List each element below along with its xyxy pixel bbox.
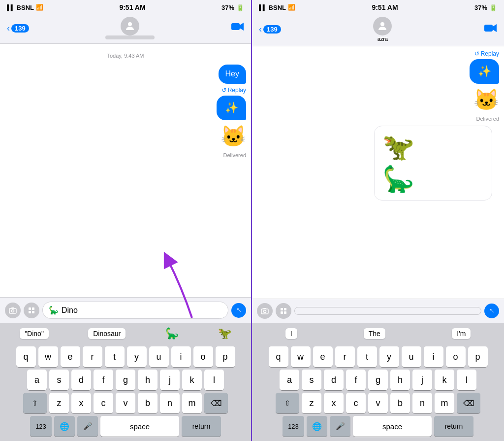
left-send-button[interactable]: ↑ [231, 303, 246, 318]
right-key-w[interactable]: w [291, 346, 311, 367]
left-key-o[interactable]: o [193, 346, 213, 367]
left-key-n[interactable]: n [160, 393, 180, 413]
left-input-text[interactable]: Dino [62, 306, 222, 315]
left-key-a[interactable]: a [27, 370, 47, 390]
right-autocomplete-im[interactable]: I'm [452, 328, 471, 339]
left-avatar[interactable] [121, 17, 139, 35]
right-key-backspace[interactable]: ⌫ [457, 393, 480, 413]
right-camera-button[interactable] [257, 303, 273, 319]
right-input-field[interactable] [294, 307, 481, 315]
right-replay-btn[interactable]: ↺ Replay [474, 50, 499, 57]
right-chevron-icon: ‹ [259, 24, 262, 34]
left-apps-button[interactable] [24, 303, 39, 318]
left-key-u[interactable]: u [149, 346, 169, 367]
left-key-numbers[interactable]: 123 [30, 416, 52, 437]
left-key-e[interactable]: e [61, 346, 80, 367]
right-key-f[interactable]: f [346, 370, 366, 390]
left-timestamp: Today, 9:43 AM [5, 53, 246, 59]
right-key-v[interactable]: v [368, 393, 388, 413]
right-key-numbers[interactable]: 123 [283, 416, 304, 437]
right-key-z[interactable]: z [302, 393, 321, 413]
left-camera-button[interactable] [5, 303, 21, 318]
right-key-j[interactable]: j [412, 370, 432, 390]
left-key-c[interactable]: c [94, 393, 113, 413]
left-key-row-4: 123 🌐 🎤 space return [1, 416, 250, 437]
left-key-k[interactable]: k [182, 370, 202, 390]
right-key-r[interactable]: r [335, 346, 355, 367]
right-key-u[interactable]: u [402, 346, 421, 367]
left-key-p[interactable]: p [216, 346, 235, 367]
right-key-mic[interactable]: 🎤 [330, 416, 350, 437]
left-key-f[interactable]: f [94, 370, 113, 390]
svg-rect-9 [32, 311, 34, 313]
right-key-b[interactable]: b [390, 393, 410, 413]
right-key-globe[interactable]: 🌐 [307, 416, 327, 437]
left-key-i[interactable]: i [171, 346, 191, 367]
right-key-m[interactable]: m [435, 393, 454, 413]
right-key-p[interactable]: p [468, 346, 488, 367]
left-replay-btn[interactable]: ↺ Replay [221, 87, 246, 94]
right-video-button[interactable] [484, 23, 497, 36]
right-send-button[interactable]: ↑ [484, 304, 499, 318]
right-avatar[interactable] [373, 17, 392, 35]
left-replay-label: Replay [228, 87, 246, 94]
right-key-return[interactable]: return [434, 416, 473, 437]
right-key-s[interactable]: s [302, 370, 321, 390]
left-key-g[interactable]: g [116, 370, 135, 390]
right-key-l[interactable]: l [457, 370, 476, 390]
right-key-n[interactable]: n [412, 393, 432, 413]
right-key-c[interactable]: c [346, 393, 366, 413]
left-back-badge[interactable]: 139 [11, 24, 29, 33]
right-autocomplete-i[interactable]: I [285, 328, 297, 339]
right-key-space[interactable]: space [353, 416, 432, 437]
left-key-z[interactable]: z [49, 393, 69, 413]
left-key-r[interactable]: r [83, 346, 102, 367]
right-key-o[interactable]: o [446, 346, 466, 367]
right-key-x[interactable]: x [324, 393, 344, 413]
left-key-return[interactable]: return [182, 416, 221, 437]
right-key-e[interactable]: e [313, 346, 333, 367]
left-video-button[interactable] [231, 22, 244, 34]
right-key-h[interactable]: h [390, 370, 410, 390]
right-back-badge[interactable]: 139 [263, 25, 281, 34]
right-autocomplete-the[interactable]: The [364, 328, 385, 339]
right-key-shift[interactable]: ⇧ [276, 393, 299, 413]
right-key-y[interactable]: y [379, 346, 399, 367]
right-back-button[interactable]: ‹ 139 [259, 24, 281, 34]
left-autocomplete-dinosaur[interactable]: Dinosaur [88, 328, 126, 339]
left-key-mic[interactable]: 🎤 [77, 416, 98, 437]
left-key-w[interactable]: w [38, 346, 58, 367]
left-key-l[interactable]: l [204, 370, 224, 390]
left-key-space[interactable]: space [100, 416, 179, 437]
left-input-field[interactable]: 🦕 Dino [42, 302, 228, 319]
left-input-dino-emoji: 🦕 [49, 305, 59, 315]
right-key-i[interactable]: i [424, 346, 443, 367]
right-apps-button[interactable] [276, 303, 291, 319]
left-key-shift[interactable]: ⇧ [23, 393, 47, 413]
left-key-v[interactable]: v [116, 393, 135, 413]
left-key-t[interactable]: t [105, 346, 125, 367]
right-key-k[interactable]: k [435, 370, 454, 390]
left-key-h[interactable]: h [138, 370, 158, 390]
left-key-d[interactable]: d [71, 370, 91, 390]
left-key-j[interactable]: j [160, 370, 180, 390]
left-key-q[interactable]: q [16, 346, 36, 367]
right-key-g[interactable]: g [368, 370, 388, 390]
right-key-a[interactable]: a [280, 370, 299, 390]
right-dino-trex: 🦖 [382, 132, 414, 162]
right-key-t[interactable]: t [357, 346, 377, 367]
right-key-d[interactable]: d [324, 370, 344, 390]
left-key-x[interactable]: x [71, 393, 91, 413]
left-key-globe[interactable]: 🌐 [54, 416, 75, 437]
left-key-m[interactable]: m [182, 393, 202, 413]
right-battery-pct: 37% [474, 4, 487, 11]
left-autocomplete-dino-quote[interactable]: "Dino" [20, 328, 49, 339]
left-back-button[interactable]: ‹ 139 [7, 23, 29, 34]
left-key-backspace[interactable]: ⌫ [204, 393, 228, 413]
left-key-y[interactable]: y [127, 346, 147, 367]
left-key-b[interactable]: b [138, 393, 158, 413]
left-autocomplete-sauro-emoji[interactable]: 🦕 [165, 327, 179, 340]
left-key-s[interactable]: s [49, 370, 69, 390]
right-key-q[interactable]: q [269, 346, 288, 367]
left-autocomplete-trex-emoji[interactable]: 🦖 [218, 327, 231, 340]
